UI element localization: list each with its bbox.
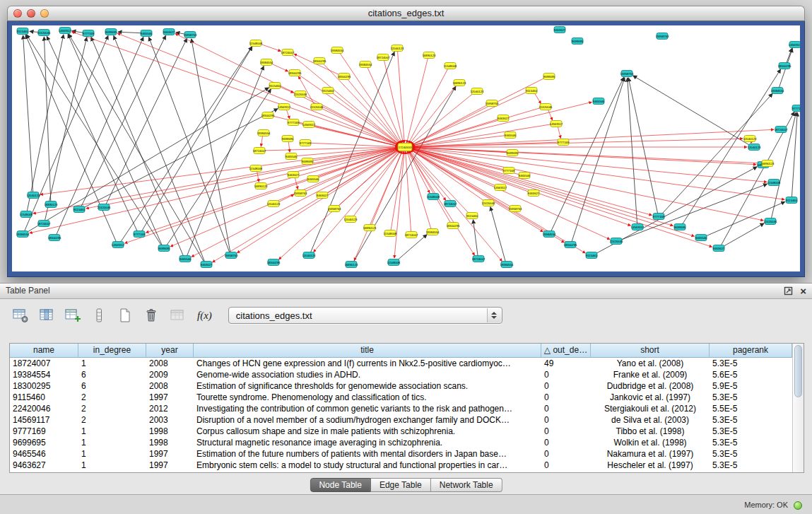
network-node[interactable]: 9463627 [554, 27, 566, 33]
network-node[interactable]: 11548008 [767, 180, 781, 186]
network-node[interactable]: 9463627 [288, 172, 300, 178]
network-edge[interactable] [237, 148, 401, 253]
network-node[interactable]: 18300295 [288, 70, 302, 76]
network-node[interactable]: 22420046 [610, 238, 623, 245]
network-edge[interactable] [408, 148, 543, 232]
create-column-icon[interactable] [64, 306, 82, 325]
network-edge[interactable] [68, 35, 162, 246]
network-edge[interactable] [117, 33, 401, 146]
network-node[interactable]: 18724007 [472, 256, 486, 262]
network-edge[interactable] [81, 35, 166, 206]
network-node[interactable]: 9463627 [317, 192, 329, 199]
network-edge[interactable] [353, 151, 401, 217]
network-edge[interactable] [410, 85, 457, 144]
table-row[interactable]: 1830029562008Estimation of significance … [10, 380, 792, 392]
network-node[interactable]: 19384554 [359, 62, 372, 68]
network-node[interactable]: 12040123 [748, 144, 761, 151]
network-node[interactable]: 16890123 [363, 225, 377, 231]
table-row[interactable]: 977716911998Corpus callosum shape and si… [10, 426, 792, 437]
tab-network-table[interactable]: Network Table [431, 478, 502, 492]
network-edge[interactable] [264, 147, 398, 151]
network-node[interactable]: 11548008 [249, 40, 263, 47]
network-node[interactable]: 9465546 [519, 173, 531, 179]
network-node[interactable]: 19384554 [771, 88, 784, 94]
network-edge[interactable] [40, 148, 401, 195]
network-edge[interactable] [411, 149, 485, 201]
network-edge[interactable] [83, 109, 278, 209]
network-edge[interactable] [106, 38, 187, 204]
show-columns-icon[interactable] [37, 306, 56, 325]
network-edge[interactable] [47, 36, 137, 231]
network-node[interactable]: 18300295 [267, 259, 281, 266]
network-node[interactable]: 15958763 [328, 206, 341, 212]
network-edge[interactable] [286, 109, 290, 118]
network-node[interactable]: 9699695 [158, 245, 170, 252]
network-edge[interactable] [33, 148, 401, 214]
network-node[interactable]: 9699695 [543, 74, 555, 80]
network-edge[interactable] [397, 235, 427, 261]
network-node[interactable]: 9115460 [322, 88, 334, 94]
network-edge[interactable] [118, 32, 142, 33]
network-edge[interactable] [558, 127, 560, 139]
minimize-button[interactable] [27, 9, 35, 18]
network-node[interactable]: 18724007 [377, 54, 390, 61]
network-node[interactable]: 9463627 [713, 245, 725, 252]
network-node[interactable]: 9115460 [466, 213, 478, 219]
network-node[interactable]: 18300295 [48, 235, 61, 241]
network-node[interactable]: 16890123 [345, 262, 358, 268]
network-node[interactable]: 18300295 [261, 112, 275, 119]
network-node[interactable]: 11548008 [384, 230, 397, 237]
network-node[interactable]: 19384554 [260, 59, 273, 66]
network-edge[interactable] [213, 148, 401, 262]
network-edge[interactable] [787, 48, 792, 63]
network-node[interactable]: 11548008 [249, 165, 263, 172]
network-edge[interactable] [86, 148, 401, 209]
network-edge[interactable] [628, 78, 637, 224]
network-node[interactable]: 16890123 [453, 80, 466, 86]
network-edge[interactable] [633, 76, 751, 146]
network-node[interactable]: 9463627 [528, 190, 540, 197]
network-node[interactable]: 9465546 [141, 30, 153, 37]
network-node[interactable]: 18724007 [775, 127, 788, 133]
network-node[interactable]: 9777169 [83, 30, 95, 37]
network-node[interactable]: 12040123 [743, 136, 757, 142]
network-edge[interactable] [261, 136, 262, 146]
network-edge[interactable] [409, 148, 763, 221]
network-node[interactable]: 9115460 [269, 83, 281, 89]
network-node[interactable]: 9699695 [507, 150, 519, 156]
network-node[interactable]: 9699695 [674, 224, 686, 230]
network-node[interactable]: 17240553 [398, 144, 412, 151]
column-header-short[interactable]: short [591, 344, 710, 358]
network-node[interactable]: 12040123 [302, 252, 316, 259]
network-node[interactable]: 14569117 [59, 28, 72, 34]
network-edge[interactable] [409, 139, 743, 147]
network-node[interactable]: 18724007 [281, 49, 295, 56]
network-node[interactable]: 15958763 [509, 206, 522, 212]
network-node[interactable]: 19384554 [500, 262, 514, 268]
network-node[interactable]: 14569117 [278, 104, 291, 110]
network-node[interactable]: 9777169 [503, 168, 515, 174]
network-node[interactable]: 9465546 [307, 176, 319, 182]
row-selector-icon[interactable] [90, 306, 108, 325]
network-edge[interactable] [170, 148, 401, 247]
network-edge[interactable] [279, 149, 402, 259]
network-node[interactable]: 15958763 [294, 190, 307, 197]
network-node[interactable]: 22420046 [764, 218, 777, 225]
network-edge[interactable] [409, 148, 712, 247]
network-edge[interactable] [408, 69, 448, 144]
network-node[interactable]: 18724007 [253, 148, 266, 154]
network-node[interactable]: 9115460 [586, 252, 598, 259]
network-edge[interactable] [661, 93, 772, 214]
network-node[interactable]: 9777169 [300, 140, 312, 146]
network-node[interactable]: 9465546 [286, 153, 298, 160]
network-edge[interactable] [192, 148, 401, 257]
network-node[interactable]: 16890123 [761, 160, 775, 167]
network-node[interactable]: 11548008 [427, 194, 440, 200]
network-edge[interactable] [534, 93, 541, 104]
network-edge[interactable] [551, 77, 624, 231]
column-header-name[interactable]: name [10, 344, 78, 358]
column-header-in_degree[interactable]: in_degree [78, 344, 146, 358]
network-node[interactable]: 9699695 [105, 29, 117, 35]
network-node[interactable]: 14569117 [631, 224, 645, 230]
network-edge[interactable] [23, 35, 33, 192]
